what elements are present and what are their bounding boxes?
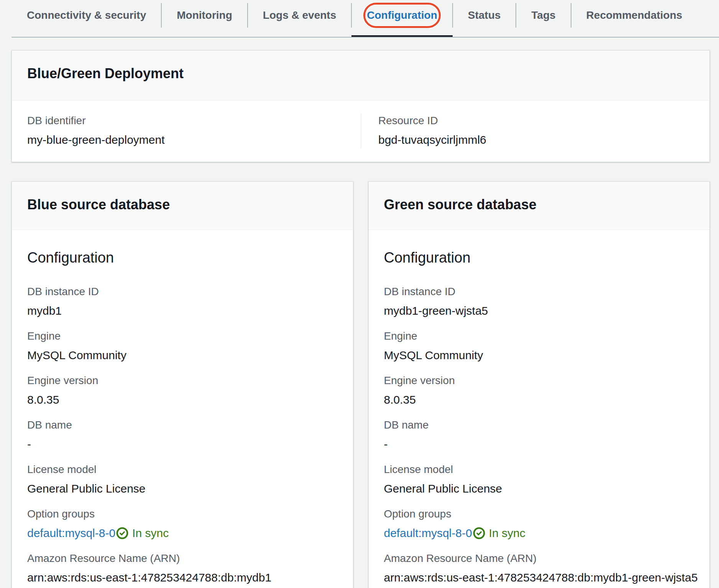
tab-status[interactable]: Status [453,0,516,37]
resource-id-label: Resource ID [378,113,694,128]
field-db-name: DB name - [384,417,694,453]
option-group-link[interactable]: default:mysql-8-0 [384,525,472,542]
resource-id-column: Resource ID bgd-tuvaqsycirljmml6 [361,113,709,148]
field-engine-version: Engine version 8.0.35 [384,373,694,408]
blue-configuration-section-title: Configuration [27,248,338,267]
tab-bar: Connectivity & security Monitoring Logs … [11,0,719,38]
green-card-body: Configuration DB instance ID mydb1-green… [369,230,710,588]
blue-card-header: Blue source database [12,182,353,230]
blue-card-title: Blue source database [27,195,338,214]
field-db-instance-id: DB instance ID mydb1 [27,284,338,319]
blue-card-body: Configuration DB instance ID mydb1 Engin… [12,230,353,588]
field-engine-version: Engine version 8.0.35 [27,373,338,408]
green-card-title: Green source database [384,195,694,214]
tab-recommendations[interactable]: Recommendations [571,0,698,37]
deployment-card-title: Blue/Green Deployment [27,64,694,83]
field-db-instance-id: DB instance ID mydb1-green-wjsta5 [384,284,694,319]
db-identifier-value: my-blue-green-deployment [27,131,345,148]
field-license-model: License model General Public License [384,462,694,497]
field-option-groups: Option groups default:mysql-8-0 In sync [27,506,338,542]
field-arn: Amazon Resource Name (ARN) arn:aws:rds:u… [27,551,338,586]
in-sync-status: In sync [489,525,525,542]
check-circle-icon [116,527,128,539]
blue-source-database-card: Blue source database Configuration DB in… [11,181,353,588]
deployment-summary-card: Blue/Green Deployment DB identifier my-b… [11,50,710,162]
tab-label: Connectivity & security [27,9,146,21]
tab-label: Status [468,9,501,21]
tab-connectivity-security[interactable]: Connectivity & security [11,0,161,37]
db-identifier-label: DB identifier [27,113,345,128]
tab-monitoring[interactable]: Monitoring [161,0,248,37]
tab-tags[interactable]: Tags [516,0,571,37]
field-db-name: DB name - [27,417,338,453]
source-database-cards-row: Blue source database Configuration DB in… [11,181,710,588]
field-option-groups: Option groups default:mysql-8-0 In sync [384,506,694,542]
field-engine: Engine MySQL Community [384,328,694,364]
tab-label: Recommendations [586,9,683,21]
tab-logs-events[interactable]: Logs & events [248,0,351,37]
tab-label: Logs & events [263,9,336,21]
option-group-link[interactable]: default:mysql-8-0 [27,525,115,542]
deployment-card-header: Blue/Green Deployment [12,51,709,100]
green-configuration-section-title: Configuration [384,248,694,267]
resource-id-value: bgd-tuvaqsycirljmml6 [378,131,694,148]
tab-label: Configuration [367,9,437,21]
check-circle-icon [473,527,485,539]
in-sync-status: In sync [132,525,169,542]
green-source-database-card: Green source database Configuration DB i… [368,181,710,588]
green-card-header: Green source database [369,182,710,230]
tab-label: Monitoring [177,9,232,21]
field-arn: Amazon Resource Name (ARN) arn:aws:rds:u… [384,551,694,586]
page-content: Blue/Green Deployment DB identifier my-b… [0,38,719,588]
field-engine: Engine MySQL Community [27,328,338,364]
db-identifier-column: DB identifier my-blue-green-deployment [12,113,361,148]
field-license-model: License model General Public License [27,462,338,497]
tab-configuration[interactable]: Configuration [351,0,453,37]
tab-label: Tags [531,9,555,21]
deployment-card-body: DB identifier my-blue-green-deployment R… [12,100,709,162]
